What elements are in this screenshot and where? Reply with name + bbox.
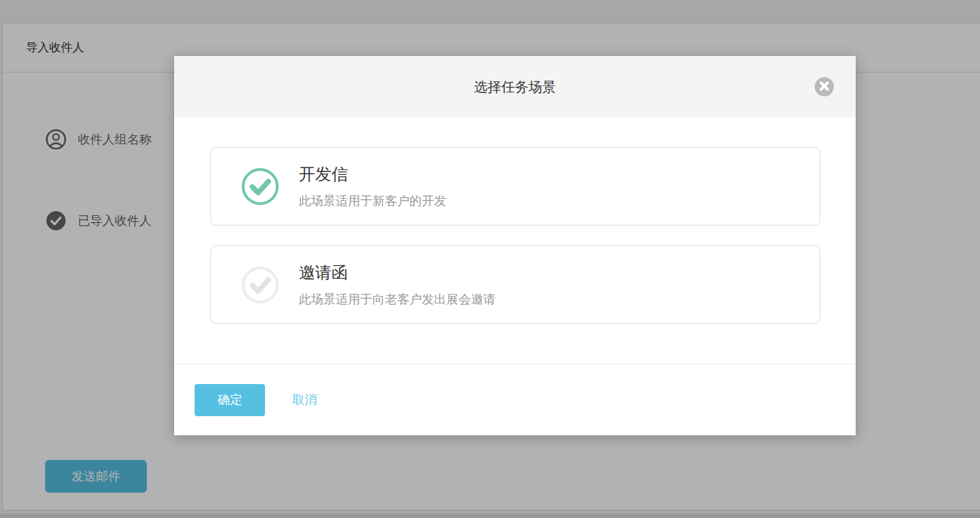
close-icon bbox=[819, 81, 830, 94]
check-selected-icon bbox=[241, 167, 279, 206]
dialog-header: 选择任务场景 bbox=[174, 56, 856, 118]
option-description: 此场景适用于向老客户发出展会邀请 bbox=[299, 291, 496, 308]
option-title: 开发信 bbox=[299, 163, 447, 185]
option-text: 邀请函 此场景适用于向老客户发出展会邀请 bbox=[299, 262, 496, 308]
dialog-footer: 确定 取消 bbox=[174, 364, 856, 435]
close-button[interactable] bbox=[815, 77, 834, 96]
option-development-letter[interactable]: 开发信 此场景适用于新客户的开发 bbox=[210, 147, 820, 226]
option-title: 邀请函 bbox=[299, 262, 496, 284]
check-unselected-icon bbox=[241, 266, 279, 304]
confirm-button[interactable]: 确定 bbox=[195, 384, 265, 416]
dialog-body: 开发信 此场景适用于新客户的开发 邀请函 此场景适用于向老客户发出展会邀请 bbox=[174, 118, 856, 364]
option-invitation-letter[interactable]: 邀请函 此场景适用于向老客户发出展会邀请 bbox=[210, 245, 820, 324]
cancel-link[interactable]: 取消 bbox=[292, 392, 317, 408]
option-text: 开发信 此场景适用于新客户的开发 bbox=[299, 163, 447, 209]
dialog-title: 选择任务场景 bbox=[474, 78, 556, 96]
task-scene-dialog: 选择任务场景 开发信 此场景适用于新客户的开发 bbox=[174, 56, 856, 435]
option-description: 此场景适用于新客户的开发 bbox=[299, 193, 447, 209]
